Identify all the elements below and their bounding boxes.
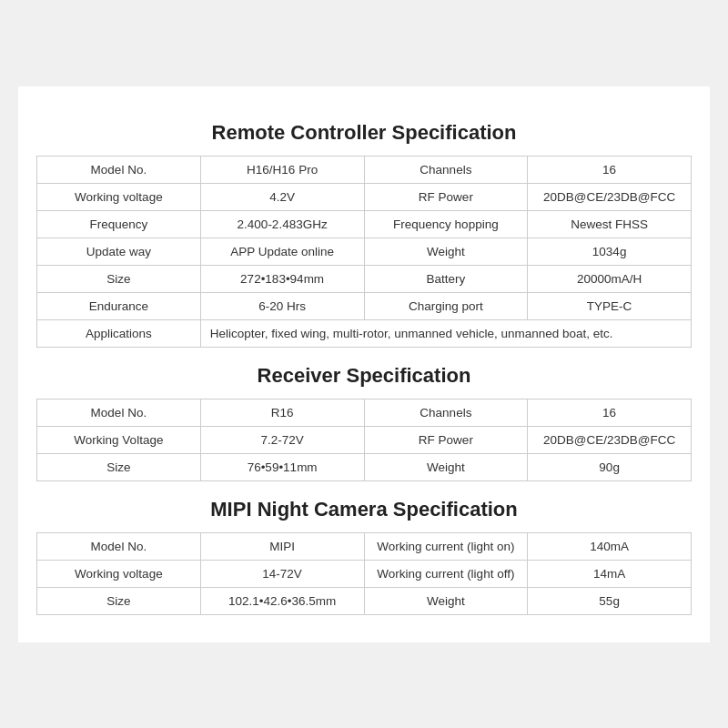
- table-cell-value: Newest FHSS: [528, 210, 692, 238]
- table-cell-label: Channels: [364, 399, 528, 426]
- table-cell-label: Working voltage: [37, 183, 201, 210]
- table-cell-label: Weight: [364, 453, 528, 480]
- table-cell-value: 7.2-72V: [200, 426, 364, 453]
- table-cell-label: Weight: [364, 238, 528, 265]
- table-cell-label: Update way: [37, 238, 201, 265]
- table-cell-value: 20DB@CE/23DB@FCC: [528, 183, 692, 210]
- table-cell-label: Applications: [37, 319, 201, 347]
- table-cell-label: Frequency hopping: [364, 210, 528, 238]
- table-cell-label: Size: [37, 265, 201, 292]
- table-cell-value: 272•183•94mm: [200, 265, 364, 292]
- table-cell-value: APP Update online: [200, 238, 364, 265]
- table-cell-value: 2.400-2.483GHz: [200, 210, 364, 238]
- remote-controller-title: Remote Controller Specification: [36, 121, 692, 145]
- receiver-table: Model No.R16Channels16Working Voltage7.2…: [36, 399, 692, 481]
- table-cell-label: Working current (light off): [364, 560, 528, 587]
- table-cell-value: 4.2V: [200, 183, 364, 210]
- table-cell-value: H16/H16 Pro: [200, 156, 364, 183]
- camera-table: Model No.MIPIWorking current (light on)1…: [36, 532, 692, 615]
- table-cell-value: 1034g: [528, 238, 692, 265]
- table-cell-value: MIPI: [200, 532, 364, 560]
- table-cell-value: 55g: [528, 587, 692, 614]
- page-container: Remote Controller Specification Model No…: [18, 86, 710, 642]
- camera-section: MIPI Night Camera Specification Model No…: [36, 498, 692, 615]
- table-cell-value: 14mA: [528, 560, 692, 587]
- receiver-title: Receiver Specification: [36, 364, 692, 388]
- table-cell-label: Size: [37, 587, 201, 614]
- table-cell-label: Charging port: [364, 292, 528, 319]
- remote-controller-section: Remote Controller Specification Model No…: [36, 121, 692, 348]
- table-cell-label: Size: [37, 453, 201, 480]
- table-cell-value: 76•59•11mm: [200, 453, 364, 480]
- table-cell-value: 20000mA/H: [528, 265, 692, 292]
- receiver-section: Receiver Specification Model No.R16Chann…: [36, 364, 692, 481]
- table-cell-value: 16: [528, 399, 692, 426]
- table-cell-value: R16: [200, 399, 364, 426]
- table-cell-value: TYPE-C: [528, 292, 692, 319]
- table-cell-label: Endurance: [37, 292, 201, 319]
- camera-title: MIPI Night Camera Specification: [36, 498, 692, 521]
- table-cell-label: Model No.: [37, 156, 201, 183]
- table-cell-value: 102.1•42.6•36.5mm: [200, 587, 364, 614]
- table-cell-value: 140mA: [528, 532, 692, 560]
- table-cell-label: Frequency: [37, 210, 201, 238]
- table-cell-label: RF Power: [364, 426, 528, 453]
- table-cell-label: Battery: [364, 265, 528, 292]
- table-cell-value: 20DB@CE/23DB@FCC: [528, 426, 692, 453]
- table-cell-label: Weight: [364, 587, 528, 614]
- table-cell-value: Helicopter, fixed wing, multi-rotor, unm…: [200, 319, 691, 347]
- remote-controller-table: Model No.H16/H16 ProChannels16Working vo…: [36, 156, 692, 348]
- table-cell-label: RF Power: [364, 183, 528, 210]
- table-cell-value: 6-20 Hrs: [200, 292, 364, 319]
- table-cell-label: Model No.: [37, 532, 201, 560]
- table-cell-value: 16: [528, 156, 692, 183]
- table-cell-value: 90g: [528, 453, 692, 480]
- table-cell-label: Model No.: [37, 399, 201, 426]
- table-cell-label: Working voltage: [37, 560, 201, 587]
- table-cell-value: 14-72V: [200, 560, 364, 587]
- table-cell-label: Working current (light on): [364, 532, 528, 560]
- table-cell-label: Working Voltage: [37, 426, 201, 453]
- table-cell-label: Channels: [364, 156, 528, 183]
